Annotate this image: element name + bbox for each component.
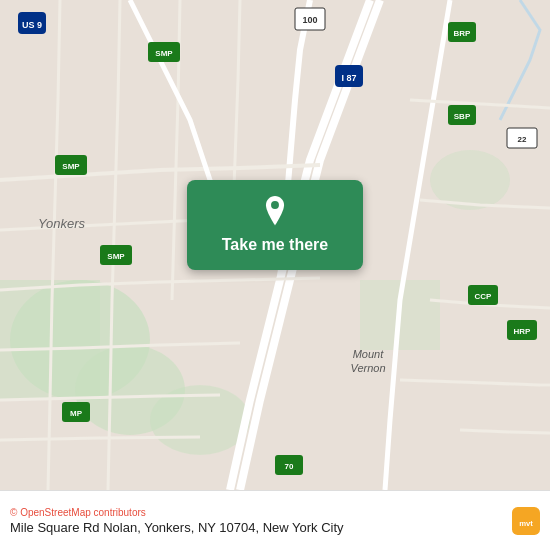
- take-me-there-button[interactable]: Take me there: [187, 180, 363, 270]
- osm-prefix: ©: [10, 507, 20, 518]
- svg-text:US 9: US 9: [22, 20, 42, 30]
- svg-text:SMP: SMP: [62, 162, 80, 171]
- svg-text:mvt: mvt: [519, 518, 533, 527]
- svg-text:Vernon: Vernon: [350, 362, 385, 374]
- osm-credit: © OpenStreetMap contributors: [10, 507, 344, 518]
- moovit-logo-icon: mvt: [512, 507, 540, 535]
- take-me-there-label: Take me there: [222, 236, 328, 254]
- svg-point-36: [271, 201, 279, 209]
- moovit-logo: mvt: [512, 507, 540, 535]
- svg-text:I 87: I 87: [341, 73, 356, 83]
- osm-link[interactable]: OpenStreetMap: [20, 507, 91, 518]
- svg-text:Yonkers: Yonkers: [38, 216, 85, 231]
- osm-suffix: contributors: [91, 507, 146, 518]
- location-pin-icon: [261, 196, 289, 230]
- svg-text:SMP: SMP: [155, 49, 173, 58]
- svg-text:100: 100: [302, 15, 317, 25]
- svg-text:22: 22: [518, 135, 527, 144]
- footer-info: © OpenStreetMap contributors Mile Square…: [10, 507, 344, 535]
- svg-text:SBP: SBP: [454, 112, 471, 121]
- svg-text:BRP: BRP: [454, 29, 472, 38]
- svg-text:CCP: CCP: [475, 292, 493, 301]
- address-label: Mile Square Rd Nolan, Yonkers, NY 10704,…: [10, 520, 344, 535]
- svg-text:Mount: Mount: [353, 348, 385, 360]
- svg-text:70: 70: [285, 462, 294, 471]
- footer: © OpenStreetMap contributors Mile Square…: [0, 490, 550, 550]
- svg-text:HRP: HRP: [514, 327, 532, 336]
- svg-text:SMP: SMP: [107, 252, 125, 261]
- map-container: US 9 100 I 87 SMP SMP SMP 22 BRP SBP CCP…: [0, 0, 550, 490]
- svg-text:MP: MP: [70, 409, 83, 418]
